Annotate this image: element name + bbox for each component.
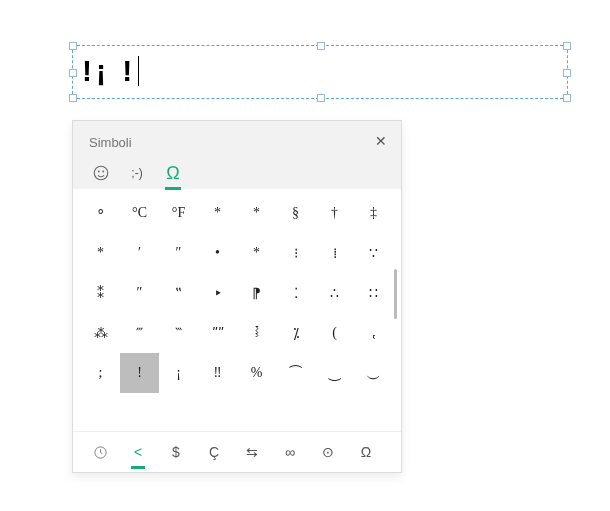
category-item[interactable]: ⊙ bbox=[309, 436, 347, 468]
symbol-cell[interactable]: ⁑ bbox=[81, 273, 120, 313]
symbol-cell[interactable]: ‣ bbox=[198, 273, 237, 313]
resize-handle[interactable] bbox=[317, 42, 325, 50]
symbol-cell[interactable] bbox=[120, 393, 159, 431]
symbol-cell[interactable]: ′ bbox=[120, 233, 159, 273]
symbol-cell[interactable]: ‿ bbox=[315, 353, 354, 393]
symbol-cell[interactable] bbox=[354, 393, 393, 431]
tab-emoji[interactable] bbox=[83, 157, 119, 189]
symbol-cell[interactable]: ⹁ bbox=[354, 313, 393, 353]
symbol-cell[interactable]: * bbox=[237, 193, 276, 233]
panel-header: Simboli ✕ ;-) Ω bbox=[73, 121, 401, 189]
category-item[interactable]: ∞ bbox=[271, 436, 309, 468]
clock-icon bbox=[93, 445, 108, 460]
symbol-cell[interactable]: ⏝ bbox=[354, 353, 393, 393]
svg-point-1 bbox=[98, 171, 99, 172]
category-item[interactable]: Ç bbox=[195, 436, 233, 468]
symbol-cell[interactable] bbox=[81, 393, 120, 431]
symbol-cell[interactable]: ⁞ bbox=[315, 233, 354, 273]
scrollbar[interactable] bbox=[394, 269, 397, 319]
symbol-cell[interactable]: ⁋ bbox=[237, 273, 276, 313]
text-frame[interactable]: !¡ ! bbox=[72, 45, 568, 99]
symbols-panel: Simboli ✕ ;-) Ω ᵒ°C°F**§†‡*′″•*⁝⁞∵⁑″‟‣⁋⁚… bbox=[72, 120, 402, 473]
symbol-cell[interactable]: ⁒ bbox=[276, 313, 315, 353]
symbol-cell[interactable]: ⁚ bbox=[276, 273, 315, 313]
smiley-icon bbox=[92, 164, 110, 182]
symbol-cell[interactable]: ‷ bbox=[159, 313, 198, 353]
symbol-cell[interactable]: ∵ bbox=[354, 233, 393, 273]
resize-handle[interactable] bbox=[69, 69, 77, 77]
resize-handle[interactable] bbox=[69, 94, 77, 102]
symbol-cell[interactable]: ⸾ bbox=[237, 313, 276, 353]
category-recent[interactable] bbox=[81, 436, 119, 468]
category-item[interactable]: $ bbox=[157, 436, 195, 468]
text-cursor bbox=[138, 56, 139, 86]
symbol-cell[interactable]: † bbox=[315, 193, 354, 233]
symbol-cell[interactable]: ‡ bbox=[354, 193, 393, 233]
symbol-cell[interactable]: * bbox=[81, 233, 120, 273]
category-item[interactable]: ⇆ bbox=[233, 436, 271, 468]
symbol-cell[interactable]: ¡ bbox=[159, 353, 198, 393]
svg-point-0 bbox=[94, 166, 108, 180]
symbol-grid: ᵒ°C°F**§†‡*′″•*⁝⁞∵⁑″‟‣⁋⁚∴∷⁂‴‷ʺʺ⸾⁒(⹁;!¡‼%… bbox=[73, 189, 401, 431]
resize-handle[interactable] bbox=[317, 94, 325, 102]
tab-kaomoji[interactable]: ;-) bbox=[119, 157, 155, 189]
tab-bar: ;-) Ω bbox=[83, 157, 191, 189]
symbol-cell[interactable]: ‼ bbox=[198, 353, 237, 393]
symbol-cell[interactable]: § bbox=[276, 193, 315, 233]
symbol-cell[interactable]: ‴ bbox=[120, 313, 159, 353]
panel-title: Simboli bbox=[89, 135, 132, 150]
symbol-cell[interactable] bbox=[237, 393, 276, 431]
tab-symbols[interactable]: Ω bbox=[155, 157, 191, 189]
symbol-cell[interactable]: ⁂ bbox=[81, 313, 120, 353]
symbol-cell[interactable]: °C bbox=[120, 193, 159, 233]
symbol-cell[interactable]: ∴ bbox=[315, 273, 354, 313]
symbol-cell[interactable]: ⁝ bbox=[276, 233, 315, 273]
category-item[interactable]: < bbox=[119, 436, 157, 468]
symbol-cell[interactable]: ∷ bbox=[354, 273, 393, 313]
symbol-cell[interactable]: ‟ bbox=[159, 273, 198, 313]
symbol-cell[interactable]: • bbox=[198, 233, 237, 273]
symbol-cell[interactable]: ᵒ bbox=[81, 193, 120, 233]
symbol-cell[interactable]: °F bbox=[159, 193, 198, 233]
resize-handle[interactable] bbox=[69, 42, 77, 50]
symbol-grid-scroll[interactable]: ᵒ°C°F**§†‡*′″•*⁝⁞∵⁑″‟‣⁋⁚∴∷⁂‴‷ʺʺ⸾⁒(⹁;!¡‼%… bbox=[73, 189, 401, 431]
close-button[interactable]: ✕ bbox=[371, 131, 391, 151]
symbol-cell[interactable]: ʺʺ bbox=[198, 313, 237, 353]
symbol-cell[interactable] bbox=[315, 393, 354, 431]
symbol-cell[interactable]: * bbox=[198, 193, 237, 233]
symbol-cell[interactable]: ! bbox=[120, 353, 159, 393]
svg-point-2 bbox=[103, 171, 104, 172]
resize-handle[interactable] bbox=[563, 69, 571, 77]
symbol-cell[interactable] bbox=[198, 393, 237, 431]
symbol-cell[interactable]: ; bbox=[81, 353, 120, 393]
resize-handle[interactable] bbox=[563, 42, 571, 50]
category-item[interactable]: Ω bbox=[347, 436, 385, 468]
close-icon: ✕ bbox=[375, 133, 387, 149]
symbol-cell[interactable] bbox=[276, 393, 315, 431]
symbol-cell[interactable] bbox=[159, 393, 198, 431]
symbol-cell[interactable]: ( bbox=[315, 313, 354, 353]
symbol-cell[interactable]: ⁀ bbox=[276, 353, 315, 393]
category-bar: <$Ç⇆∞⊙Ω bbox=[73, 431, 401, 472]
resize-handle[interactable] bbox=[563, 94, 571, 102]
symbol-cell[interactable]: ″ bbox=[120, 273, 159, 313]
symbol-cell[interactable]: % bbox=[237, 353, 276, 393]
text-content[interactable]: !¡ ! bbox=[78, 54, 136, 88]
symbol-cell[interactable]: * bbox=[237, 233, 276, 273]
symbol-cell[interactable]: ″ bbox=[159, 233, 198, 273]
